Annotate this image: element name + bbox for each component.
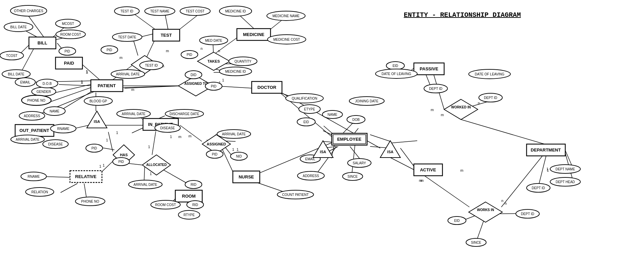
svg-text:ARRIVAL DATE: ARRIVAL DATE xyxy=(222,132,246,136)
svg-line-89 xyxy=(370,135,390,141)
svg-text:EMAIL: EMAIL xyxy=(20,80,30,84)
svg-line-41 xyxy=(124,86,182,88)
svg-text:ARRIVAL DATE: ARRIVAL DATE xyxy=(134,183,157,187)
svg-text:RELATIVE: RELATIVE xyxy=(75,174,97,179)
svg-text:DATE OF LEAVING: DATE OF LEAVING xyxy=(382,72,411,76)
svg-text:DOCTOR: DOCTOR xyxy=(257,85,277,90)
svg-text:1: 1 xyxy=(222,78,224,82)
svg-text:TEST NAME: TEST NAME xyxy=(150,9,169,13)
svg-text:ADDRESS: ADDRESS xyxy=(303,174,319,178)
svg-text:TAKES: TAKES xyxy=(208,59,220,63)
svg-text:1: 1 xyxy=(106,138,108,142)
svg-line-25 xyxy=(165,13,168,30)
svg-text:ROOM COST: ROOM COST xyxy=(60,33,81,36)
svg-text:NID: NID xyxy=(236,155,242,158)
svg-text:GENDER: GENDER xyxy=(37,90,51,94)
svg-text:EID: EID xyxy=(303,120,309,124)
svg-text:PID: PID xyxy=(65,49,70,53)
svg-text:ISA: ISA xyxy=(94,120,100,124)
svg-text:m: m xyxy=(178,135,181,139)
svg-text:ASSIGNED: ASSIGNED xyxy=(207,142,226,146)
svg-text:1: 1 xyxy=(232,147,234,151)
svg-text:QUANTITY: QUANTITY xyxy=(235,60,252,63)
svg-text:n: n xyxy=(201,46,203,50)
svg-text:ISA: ISA xyxy=(387,150,393,154)
svg-text:WORKED IN: WORKED IN xyxy=(451,105,471,109)
svg-text:NAME: NAME xyxy=(50,109,60,113)
svg-text:n: n xyxy=(162,64,164,68)
er-diagram: ENTITY - RELATIONSHIP DIAGRAM 1 m m xyxy=(0,0,644,270)
svg-text:m: m xyxy=(460,168,463,172)
svg-text:PATIENT: PATIENT xyxy=(98,83,116,88)
svg-text:MEDICINE COST: MEDICINE COST xyxy=(273,38,300,41)
svg-marker-295 xyxy=(469,202,502,222)
svg-text:RNAME: RNAME xyxy=(28,175,40,178)
svg-text:MED DATE: MED DATE xyxy=(205,39,222,42)
svg-text:QUALIFICATION: QUALIFICATION xyxy=(292,97,317,100)
svg-text:BILL DATE: BILL DATE xyxy=(10,25,27,29)
svg-text:1: 1 xyxy=(546,167,548,171)
diagram-title: ENTITY - RELATIONSHIP DIAGRAM xyxy=(404,11,521,19)
svg-text:ALLOCATED: ALLOCATED xyxy=(146,163,167,167)
svg-text:1: 1 xyxy=(99,164,101,168)
svg-text:ASSIGNED TO: ASSIGNED TO xyxy=(184,82,208,86)
svg-text:MEDICINE: MEDICINE xyxy=(243,32,264,37)
svg-text:m: m xyxy=(431,108,434,112)
svg-text:1: 1 xyxy=(237,147,239,151)
svg-text:TCOST: TCOST xyxy=(6,54,17,58)
svg-text:PAID: PAID xyxy=(64,61,74,66)
svg-text:1: 1 xyxy=(150,172,152,176)
svg-line-52 xyxy=(152,131,156,155)
svg-text:SINCE: SINCE xyxy=(348,175,358,178)
svg-text:1: 1 xyxy=(170,135,172,139)
svg-text:PID: PID xyxy=(92,146,97,150)
svg-text:DEPT NAME: DEPT NAME xyxy=(556,167,575,171)
svg-text:ROOM: ROOM xyxy=(182,194,195,199)
svg-text:DEPT ID: DEPT ID xyxy=(484,96,497,100)
svg-text:NAME: NAME xyxy=(328,113,337,116)
svg-text:PID: PID xyxy=(187,53,192,57)
svg-text:SALARY: SALARY xyxy=(353,161,366,165)
svg-text:PID: PID xyxy=(118,160,124,164)
svg-text:MEDICINE ID: MEDICINE ID xyxy=(225,70,246,73)
svg-text:MEDICINE NAME: MEDICINE NAME xyxy=(273,14,300,18)
svg-text:DISCHARGE DATE: DISCHARGE DATE xyxy=(170,112,199,116)
svg-text:JOINING DATE: JOINING DATE xyxy=(355,99,379,103)
svg-line-24 xyxy=(133,13,156,30)
svg-text:ACTIVE: ACTIVE xyxy=(420,167,436,172)
svg-text:BILL: BILL xyxy=(38,40,47,45)
svg-line-90 xyxy=(390,141,417,143)
svg-line-109 xyxy=(538,153,547,187)
svg-text:n: n xyxy=(218,49,220,53)
svg-text:ROOM COST: ROOM COST xyxy=(155,203,176,207)
svg-text:TEST ID: TEST ID xyxy=(145,64,158,67)
svg-text:DISEASE: DISEASE xyxy=(160,126,175,130)
svg-text:1: 1 xyxy=(86,70,88,74)
svg-text:OUT_PATIENT: OUT_PATIENT xyxy=(20,128,49,133)
er-diagram-svg: ENTITY - RELATIONSHIP DIAGRAM 1 m m xyxy=(0,0,644,270)
svg-text:RID: RID xyxy=(192,203,198,207)
svg-text:ADDRESS: ADDRESS xyxy=(24,114,40,118)
svg-text:PHONE NO: PHONE NO xyxy=(27,99,45,102)
svg-line-102 xyxy=(501,150,547,207)
svg-line-97 xyxy=(461,120,547,145)
svg-text:PID: PID xyxy=(107,48,112,52)
svg-text:RNAME: RNAME xyxy=(57,127,69,131)
svg-text:ETYPE: ETYPE xyxy=(304,107,315,111)
svg-text:BILL DATE: BILL DATE xyxy=(8,72,25,76)
svg-text:MCOST: MCOST xyxy=(62,22,74,26)
svg-text:TEST: TEST xyxy=(160,33,172,38)
svg-text:ARRIVAL DATE: ARRIVAL DATE xyxy=(116,72,140,76)
svg-line-54 xyxy=(180,125,202,141)
svg-text:m: m xyxy=(188,134,191,138)
svg-line-294 xyxy=(390,158,414,170)
svg-text:OTHER CHARGES: OTHER CHARGES xyxy=(14,9,43,13)
svg-text:DID: DID xyxy=(190,73,196,77)
svg-text:1: 1 xyxy=(103,163,105,167)
svg-marker-286 xyxy=(444,99,478,120)
svg-text:ARRIVAL DATE: ARRIVAL DATE xyxy=(122,112,146,116)
svg-text:NURSE: NURSE xyxy=(239,174,254,179)
svg-text:PHONE NO: PHONE NO xyxy=(81,200,99,203)
svg-text:COUNT PATIENT: COUNT PATIENT xyxy=(282,193,309,197)
svg-text:m: m xyxy=(119,56,122,60)
